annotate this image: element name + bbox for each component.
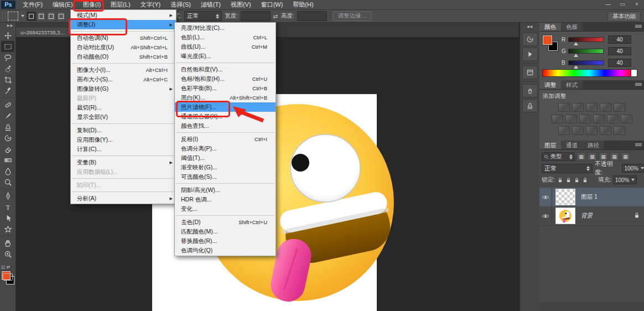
b-slider-track[interactable]	[568, 60, 604, 65]
layer-filter-kind-select[interactable]: 类型	[542, 152, 575, 161]
menu-item-14[interactable]: 复制(D)...	[71, 126, 176, 135]
menu-item-11[interactable]: 裁切(R)...	[71, 103, 176, 112]
menubar-item-1[interactable]: 编辑(E)	[48, 0, 78, 9]
swap-dimensions-icon[interactable]: ⇄	[273, 13, 278, 19]
lock-paint-icon[interactable]	[565, 177, 572, 184]
menu-item-21[interactable]: 变化...	[175, 204, 276, 214]
layer-row[interactable]: 图层 1	[539, 188, 644, 207]
menu-item-9[interactable]: 图像旋转(G)▶	[71, 84, 176, 94]
lasso-tool[interactable]	[1, 52, 14, 63]
menubar-item-9[interactable]: 帮助(H)	[288, 0, 318, 9]
restore-button[interactable]: ▭	[619, 0, 626, 8]
menubar-item-5[interactable]: 选择(S)	[165, 0, 196, 9]
add-to-selection-button[interactable]	[37, 12, 46, 21]
mini-bridge-panel-icon[interactable]	[522, 66, 538, 79]
opacity-value[interactable]: 100%	[622, 164, 644, 173]
photo-filter-adjustment-icon[interactable]	[593, 115, 605, 123]
pen-tool[interactable]	[1, 190, 14, 201]
rectangular-marquee-tool[interactable]	[1, 41, 14, 52]
menu-item-15[interactable]: 应用图像(Y)...	[71, 135, 176, 144]
layer-thumbnail[interactable]	[555, 208, 575, 224]
color-lookup-adjustment-icon[interactable]	[621, 115, 632, 123]
menu-item-7[interactable]: 色彩平衡(B)...Ctrl+B	[175, 84, 276, 93]
expand-panels-icon[interactable]: ◀◀	[520, 22, 539, 31]
gradient-tool[interactable]	[1, 154, 14, 165]
menu-item-5[interactable]: 自动颜色(O)Shift+Ctrl+B	[71, 52, 176, 61]
menu-item-23[interactable]: 去色(D)Shift+Ctrl+U	[175, 217, 276, 227]
refine-edge-button[interactable]: 调整边缘…	[333, 11, 372, 21]
style-select[interactable]: 正常	[184, 11, 222, 21]
channel-value[interactable]: 40	[608, 35, 631, 44]
menu-item-20[interactable]: HDR 色调...	[175, 195, 276, 204]
gradient-map-adjustment-icon[interactable]	[600, 126, 611, 135]
channel-mixer-adjustment-icon[interactable]	[607, 115, 619, 123]
channel-value[interactable]: 40	[608, 59, 631, 67]
layer-thumbnail[interactable]	[555, 189, 575, 205]
menubar-item-3[interactable]: 图层(L)	[106, 0, 135, 9]
menu-item-0[interactable]: 模式(M)▶	[71, 11, 176, 20]
tab-paths[interactable]: 路径	[583, 141, 604, 149]
menubar-item-7[interactable]: 视图(V)	[226, 0, 256, 9]
eyedropper-tool[interactable]	[1, 85, 14, 96]
black-white-adjustment-icon[interactable]	[579, 115, 591, 123]
intersect-selection-button[interactable]	[56, 12, 66, 21]
close-button[interactable]: ×	[633, 0, 641, 8]
layer-name[interactable]: 图层 1	[581, 193, 598, 201]
menu-item-6[interactable]: 色相/饱和度(H)...Ctrl+U	[175, 74, 276, 84]
menu-item-19[interactable]: 阴影/高光(W)...	[175, 185, 276, 195]
type-tool[interactable]: T	[1, 201, 14, 212]
menu-item-3[interactable]: 自动色调(N)Shift+Ctrl+L	[71, 33, 176, 43]
blur-tool[interactable]	[1, 165, 14, 177]
hand-tool[interactable]	[1, 237, 14, 248]
slider-thumb[interactable]	[574, 54, 578, 57]
pixel-filter-icon[interactable]: ▦	[577, 152, 586, 161]
history-panel-icon[interactable]	[522, 33, 538, 46]
menu-item-8[interactable]: 画布大小(S)...Alt+Ctrl+C	[71, 75, 176, 84]
slider-thumb[interactable]	[574, 65, 578, 69]
crop-tool[interactable]	[1, 74, 14, 85]
menu-item-15[interactable]: 阈值(T)...	[175, 153, 276, 163]
slider-thumb[interactable]	[574, 42, 578, 45]
blend-mode-select[interactable]: 正常	[542, 164, 593, 173]
menu-item-7[interactable]: 图像大小(I)...Alt+Ctrl+I	[71, 65, 176, 75]
menubar-item-6[interactable]: 滤镜(T)	[196, 0, 226, 9]
subtract-from-selection-button[interactable]	[46, 12, 56, 21]
layer-row[interactable]: 背景	[539, 206, 644, 226]
eraser-tool[interactable]	[1, 143, 14, 154]
channel-value[interactable]: 40	[608, 47, 631, 55]
dodge-tool[interactable]	[1, 177, 14, 188]
menu-item-14[interactable]: 色调分离(P)...	[175, 144, 276, 153]
current-tool-preset[interactable]	[7, 10, 24, 22]
swap-colors-icon[interactable]: ◱ ⇄	[1, 265, 14, 270]
tab-adjustments[interactable]: 调整	[539, 80, 561, 89]
tab-layers[interactable]: 图层	[539, 141, 561, 149]
screen-mode-icon[interactable]	[3, 273, 13, 281]
brush-presets-panel-icon[interactable]	[522, 84, 538, 97]
brightness-contrast-adjustment-icon[interactable]	[558, 103, 570, 112]
panel-menu-icon[interactable]	[635, 143, 642, 147]
actions-panel-icon[interactable]	[522, 48, 538, 61]
menu-item-26[interactable]: 色调均化(Q)	[175, 246, 276, 255]
fill-value[interactable]: 100%	[613, 175, 637, 184]
minimize-button[interactable]: —	[604, 0, 612, 8]
exposure-adjustment-icon[interactable]	[600, 103, 611, 112]
menubar-item-8[interactable]: 窗口(W)	[256, 0, 288, 9]
menubar-item-4[interactable]: 文字(Y)	[136, 0, 166, 9]
layer-visibility-toggle[interactable]	[539, 206, 552, 225]
zoom-tool[interactable]	[1, 248, 14, 260]
menu-item-25[interactable]: 替换颜色(R)...	[175, 236, 276, 246]
smart-object-filter-icon[interactable]: ▦	[621, 152, 630, 161]
g-slider-track[interactable]	[568, 49, 604, 54]
menu-item-18[interactable]: 变量(B)▶	[71, 158, 176, 167]
menu-item-13[interactable]: 反相(I)Ctrl+I	[175, 134, 276, 144]
curves-adjustment-icon[interactable]	[586, 103, 598, 112]
selective-color-adjustment-icon[interactable]	[614, 126, 625, 135]
menu-item-adjustments[interactable]: 调整(J)▶	[71, 20, 176, 29]
panel-menu-icon[interactable]	[635, 82, 642, 87]
threshold-adjustment-icon[interactable]	[586, 126, 598, 135]
lock-all-icon[interactable]	[581, 177, 589, 184]
menu-item-3[interactable]: 曝光度(E)...	[175, 51, 276, 61]
new-selection-button[interactable]	[27, 12, 36, 21]
levels-adjustment-icon[interactable]	[572, 103, 584, 112]
menu-item-16[interactable]: 计算(C)...	[71, 144, 176, 154]
